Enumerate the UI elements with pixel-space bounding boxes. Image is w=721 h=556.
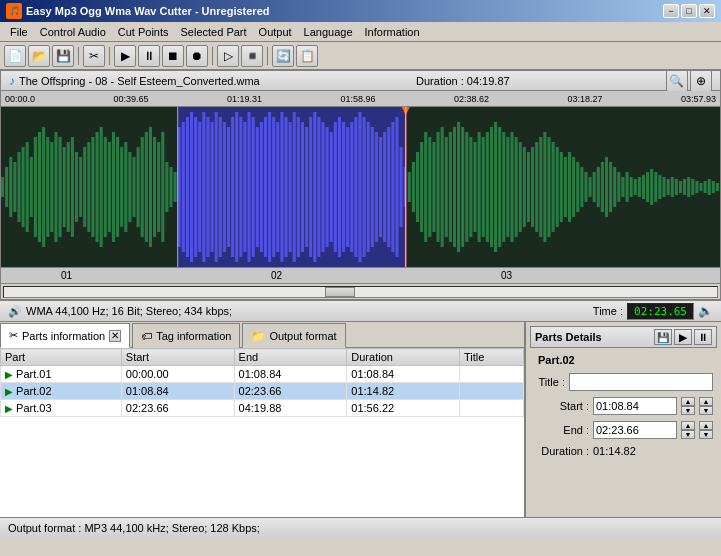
open-button[interactable]: 📂 bbox=[28, 45, 50, 67]
svg-rect-58 bbox=[231, 117, 234, 257]
svg-rect-18 bbox=[71, 137, 74, 237]
svg-rect-122 bbox=[490, 127, 493, 247]
clipboard-button[interactable]: 📋 bbox=[296, 45, 318, 67]
svg-rect-128 bbox=[515, 137, 518, 237]
save-part-button[interactable]: 💾 bbox=[654, 329, 672, 345]
svg-rect-170 bbox=[687, 177, 690, 197]
minimize-button[interactable]: − bbox=[663, 4, 679, 18]
svg-rect-72 bbox=[289, 122, 292, 252]
start-spinner2[interactable]: ▲ ▼ bbox=[699, 397, 713, 415]
part-name-display: Part.02 bbox=[530, 352, 717, 368]
zoom-out-icon[interactable]: ⊕ bbox=[690, 70, 712, 92]
scroll-track[interactable] bbox=[3, 286, 718, 298]
end-down2-button[interactable]: ▼ bbox=[699, 430, 713, 439]
parts-details-buttons: 💾 ▶ ⏸ bbox=[654, 329, 712, 345]
refresh-button[interactable]: 🔄 bbox=[272, 45, 294, 67]
row2-end: 02:23.66 bbox=[234, 383, 347, 400]
svg-rect-90 bbox=[363, 117, 366, 257]
timeline-marker-6: 03:57.93 bbox=[681, 94, 716, 104]
tab-parts-close[interactable]: ✕ bbox=[109, 330, 121, 342]
svg-rect-62 bbox=[248, 112, 251, 262]
title-field-row: Title : bbox=[530, 372, 717, 392]
start-up-button[interactable]: ▲ bbox=[681, 397, 695, 406]
stop-part-button[interactable]: ◾ bbox=[241, 45, 263, 67]
start-down-button[interactable]: ▼ bbox=[681, 406, 695, 415]
start-spinner[interactable]: ▲ ▼ bbox=[681, 397, 695, 415]
svg-rect-24 bbox=[95, 132, 98, 242]
svg-rect-53 bbox=[211, 122, 214, 252]
stop-button[interactable]: ⏹ bbox=[162, 45, 184, 67]
table-row[interactable]: ▶ Part.02 01:08.84 02:23.66 01:14.82 bbox=[1, 383, 524, 400]
time-label: Time : bbox=[593, 305, 623, 317]
svg-rect-119 bbox=[478, 132, 481, 242]
end-spinner2[interactable]: ▲ ▼ bbox=[699, 421, 713, 439]
record-button[interactable]: ⏺ bbox=[186, 45, 208, 67]
close-button[interactable]: ✕ bbox=[699, 4, 715, 18]
tab-output-format[interactable]: 📁 Output format bbox=[242, 323, 345, 348]
svg-rect-85 bbox=[342, 122, 345, 252]
svg-rect-61 bbox=[243, 122, 246, 252]
svg-rect-161 bbox=[650, 169, 653, 205]
menu-cut-points[interactable]: Cut Points bbox=[112, 24, 175, 40]
end-down-button[interactable]: ▼ bbox=[681, 430, 695, 439]
svg-rect-67 bbox=[268, 112, 271, 262]
svg-rect-142 bbox=[572, 157, 575, 217]
tab-parts-info[interactable]: ✂ Parts information ✕ bbox=[0, 323, 130, 348]
cut-button[interactable]: ✂ bbox=[83, 45, 105, 67]
svg-rect-140 bbox=[564, 157, 567, 217]
svg-rect-121 bbox=[486, 132, 489, 242]
start-up2-button[interactable]: ▲ bbox=[699, 397, 713, 406]
svg-rect-66 bbox=[264, 117, 267, 257]
svg-rect-84 bbox=[338, 117, 341, 257]
svg-rect-38 bbox=[153, 137, 156, 237]
end-input[interactable] bbox=[593, 421, 677, 439]
svg-rect-29 bbox=[116, 137, 119, 237]
start-down2-button[interactable]: ▼ bbox=[699, 406, 713, 415]
play-button[interactable]: ▶ bbox=[114, 45, 136, 67]
right-panel: Parts Details 💾 ▶ ⏸ Part.02 Title : Star… bbox=[526, 322, 721, 517]
scroll-thumb[interactable] bbox=[325, 287, 355, 297]
pause-button[interactable]: ⏸ bbox=[138, 45, 160, 67]
svg-rect-135 bbox=[543, 132, 546, 242]
horizontal-scrollbar[interactable] bbox=[1, 283, 720, 299]
start-input[interactable] bbox=[593, 397, 677, 415]
menu-information[interactable]: Information bbox=[359, 24, 426, 40]
svg-rect-157 bbox=[634, 179, 637, 195]
svg-rect-35 bbox=[141, 137, 144, 237]
menu-output[interactable]: Output bbox=[253, 24, 298, 40]
new-button[interactable]: 📄 bbox=[4, 45, 26, 67]
end-up2-button[interactable]: ▲ bbox=[699, 421, 713, 430]
table-row[interactable]: ▶ Part.01 00:00.00 01:08.84 01:08.84 bbox=[1, 366, 524, 383]
zoom-in-icon[interactable]: 🔍 bbox=[666, 70, 688, 92]
svg-rect-118 bbox=[473, 142, 476, 232]
svg-rect-93 bbox=[375, 132, 378, 242]
play-part-button[interactable]: ▷ bbox=[217, 45, 239, 67]
svg-rect-151 bbox=[609, 162, 612, 212]
play-part-detail-button[interactable]: ▶ bbox=[674, 329, 692, 345]
timeline-marker-1: 00:39.65 bbox=[113, 94, 148, 104]
parts-details-title: Parts Details bbox=[535, 331, 602, 343]
parts-table[interactable]: Part Start End Duration Title ▶ Part.01 … bbox=[0, 348, 524, 517]
svg-rect-55 bbox=[219, 117, 222, 257]
title-input[interactable] bbox=[569, 373, 713, 391]
svg-rect-21 bbox=[83, 147, 86, 227]
svg-rect-30 bbox=[120, 147, 123, 227]
end-spinner[interactable]: ▲ ▼ bbox=[681, 421, 695, 439]
svg-rect-60 bbox=[239, 117, 242, 257]
tag-icon: 🏷 bbox=[141, 330, 152, 342]
menu-file[interactable]: File bbox=[4, 24, 34, 40]
table-row[interactable]: ▶ Part.03 02:23.66 04:19.88 01:56.22 bbox=[1, 400, 524, 417]
menu-selected-part[interactable]: Selected Part bbox=[175, 24, 253, 40]
tab-tag-info[interactable]: 🏷 Tag information bbox=[132, 323, 240, 348]
end-up-button[interactable]: ▲ bbox=[681, 421, 695, 430]
menu-language[interactable]: Language bbox=[298, 24, 359, 40]
tab-output-label: Output format bbox=[269, 330, 336, 342]
end-field-row: End : ▲ ▼ ▲ ▼ bbox=[530, 420, 717, 440]
waveform-canvas[interactable] bbox=[1, 107, 720, 267]
menu-control-audio[interactable]: Control Audio bbox=[34, 24, 112, 40]
svg-rect-162 bbox=[654, 172, 657, 202]
part-label-02: 02 bbox=[271, 270, 282, 281]
save-button[interactable]: 💾 bbox=[52, 45, 74, 67]
pause-part-detail-button[interactable]: ⏸ bbox=[694, 329, 712, 345]
maximize-button[interactable]: □ bbox=[681, 4, 697, 18]
